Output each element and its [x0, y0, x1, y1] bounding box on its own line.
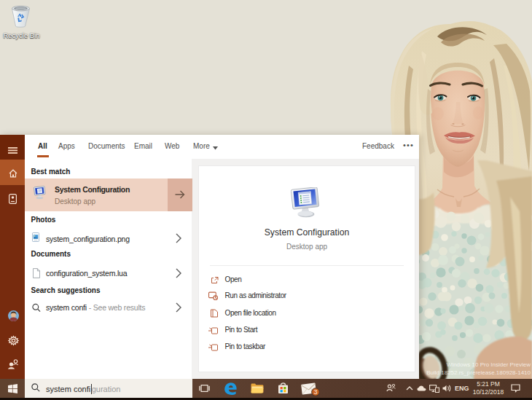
- svg-text:3: 3: [313, 388, 317, 396]
